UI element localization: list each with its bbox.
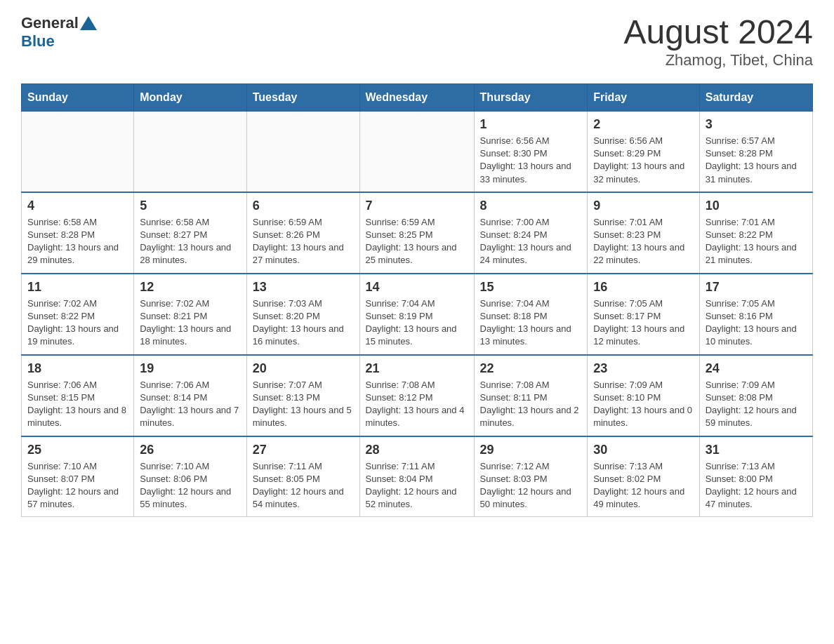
calendar-week-row: 25Sunrise: 7:10 AMSunset: 8:07 PMDayligh…	[22, 436, 813, 517]
calendar-cell: 12Sunrise: 7:02 AMSunset: 8:21 PMDayligh…	[134, 274, 246, 355]
calendar-cell: 16Sunrise: 7:05 AMSunset: 8:17 PMDayligh…	[588, 274, 700, 355]
day-detail: Sunrise: 7:08 AMSunset: 8:11 PMDaylight:…	[480, 379, 582, 430]
day-number: 28	[366, 441, 468, 459]
day-number: 25	[27, 441, 128, 459]
calendar-header-tuesday: Tuesday	[246, 83, 359, 111]
day-detail: Sunrise: 7:01 AMSunset: 8:23 PMDaylight:…	[593, 216, 694, 267]
day-number: 15	[480, 279, 582, 296]
day-number: 30	[593, 441, 694, 459]
day-detail: Sunrise: 6:57 AMSunset: 8:28 PMDaylight:…	[706, 135, 807, 186]
calendar-cell: 21Sunrise: 7:08 AMSunset: 8:12 PMDayligh…	[359, 355, 474, 436]
day-detail: Sunrise: 7:02 AMSunset: 8:21 PMDaylight:…	[140, 297, 240, 349]
day-detail: Sunrise: 7:08 AMSunset: 8:12 PMDaylight:…	[366, 379, 468, 430]
logo-triangle-icon	[80, 16, 97, 30]
day-number: 29	[480, 441, 582, 459]
calendar-cell: 24Sunrise: 7:09 AMSunset: 8:08 PMDayligh…	[699, 355, 812, 436]
day-detail: Sunrise: 7:05 AMSunset: 8:17 PMDaylight:…	[593, 297, 694, 349]
day-number: 23	[593, 360, 694, 377]
calendar-header-monday: Monday	[134, 83, 246, 111]
calendar-week-row: 18Sunrise: 7:06 AMSunset: 8:15 PMDayligh…	[22, 355, 813, 436]
calendar-cell	[246, 111, 359, 192]
day-number: 26	[140, 441, 240, 459]
calendar-cell: 28Sunrise: 7:11 AMSunset: 8:04 PMDayligh…	[359, 436, 474, 517]
day-detail: Sunrise: 7:06 AMSunset: 8:15 PMDaylight:…	[27, 379, 128, 430]
calendar-cell: 19Sunrise: 7:06 AMSunset: 8:14 PMDayligh…	[134, 355, 246, 436]
calendar-header-saturday: Saturday	[699, 83, 812, 111]
calendar-cell	[22, 111, 134, 192]
calendar-cell: 1Sunrise: 6:56 AMSunset: 8:30 PMDaylight…	[474, 111, 588, 192]
day-number: 19	[140, 360, 240, 377]
calendar-cell: 15Sunrise: 7:04 AMSunset: 8:18 PMDayligh…	[474, 274, 588, 355]
day-detail: Sunrise: 7:13 AMSunset: 8:00 PMDaylight:…	[706, 460, 807, 511]
day-detail: Sunrise: 7:00 AMSunset: 8:24 PMDaylight:…	[480, 216, 582, 267]
day-detail: Sunrise: 7:06 AMSunset: 8:14 PMDaylight:…	[140, 379, 240, 430]
calendar-cell	[359, 111, 474, 192]
day-detail: Sunrise: 6:58 AMSunset: 8:28 PMDaylight:…	[27, 216, 128, 267]
logo-general-text: General	[21, 14, 79, 32]
day-detail: Sunrise: 7:11 AMSunset: 8:04 PMDaylight:…	[366, 460, 468, 511]
logo: General Blue	[21, 14, 97, 51]
day-detail: Sunrise: 7:09 AMSunset: 8:10 PMDaylight:…	[593, 379, 694, 430]
calendar-cell: 29Sunrise: 7:12 AMSunset: 8:03 PMDayligh…	[474, 436, 588, 517]
day-detail: Sunrise: 7:01 AMSunset: 8:22 PMDaylight:…	[706, 216, 807, 267]
calendar-cell: 31Sunrise: 7:13 AMSunset: 8:00 PMDayligh…	[699, 436, 812, 517]
day-number: 10	[706, 197, 807, 215]
calendar-cell: 3Sunrise: 6:57 AMSunset: 8:28 PMDaylight…	[699, 111, 812, 192]
day-number: 11	[27, 279, 128, 296]
calendar-cell: 2Sunrise: 6:56 AMSunset: 8:29 PMDaylight…	[588, 111, 700, 192]
calendar-cell	[134, 111, 246, 192]
day-number: 7	[366, 197, 468, 215]
calendar-cell: 23Sunrise: 7:09 AMSunset: 8:10 PMDayligh…	[588, 355, 700, 436]
day-number: 21	[366, 360, 468, 377]
calendar-cell: 30Sunrise: 7:13 AMSunset: 8:02 PMDayligh…	[588, 436, 700, 517]
day-number: 1	[480, 116, 582, 133]
page-header: General Blue August 2024 Zhamog, Tibet, …	[21, 14, 813, 69]
calendar-cell: 10Sunrise: 7:01 AMSunset: 8:22 PMDayligh…	[699, 192, 812, 274]
day-number: 17	[706, 279, 807, 296]
day-detail: Sunrise: 6:56 AMSunset: 8:29 PMDaylight:…	[593, 135, 694, 186]
logo-blue-text: Blue	[21, 32, 97, 51]
calendar-cell: 13Sunrise: 7:03 AMSunset: 8:20 PMDayligh…	[246, 274, 359, 355]
day-number: 12	[140, 279, 240, 296]
day-number: 8	[480, 197, 582, 215]
day-detail: Sunrise: 6:56 AMSunset: 8:30 PMDaylight:…	[480, 135, 582, 186]
calendar-cell: 14Sunrise: 7:04 AMSunset: 8:19 PMDayligh…	[359, 274, 474, 355]
day-detail: Sunrise: 7:05 AMSunset: 8:16 PMDaylight:…	[706, 297, 807, 349]
calendar-cell: 5Sunrise: 6:58 AMSunset: 8:27 PMDaylight…	[134, 192, 246, 274]
calendar-cell: 11Sunrise: 7:02 AMSunset: 8:22 PMDayligh…	[22, 274, 134, 355]
calendar-week-row: 4Sunrise: 6:58 AMSunset: 8:28 PMDaylight…	[22, 192, 813, 274]
day-number: 14	[366, 279, 468, 296]
calendar-cell: 27Sunrise: 7:11 AMSunset: 8:05 PMDayligh…	[246, 436, 359, 517]
day-number: 2	[593, 116, 694, 133]
day-detail: Sunrise: 6:58 AMSunset: 8:27 PMDaylight:…	[140, 216, 240, 267]
calendar-header-wednesday: Wednesday	[359, 83, 474, 111]
calendar-cell: 9Sunrise: 7:01 AMSunset: 8:23 PMDaylight…	[588, 192, 700, 274]
calendar-header-row: SundayMondayTuesdayWednesdayThursdayFrid…	[22, 83, 813, 111]
title-block: August 2024 Zhamog, Tibet, China	[623, 14, 813, 69]
calendar-header-thursday: Thursday	[474, 83, 588, 111]
day-detail: Sunrise: 7:02 AMSunset: 8:22 PMDaylight:…	[27, 297, 128, 349]
calendar-week-row: 11Sunrise: 7:02 AMSunset: 8:22 PMDayligh…	[22, 274, 813, 355]
calendar-cell: 8Sunrise: 7:00 AMSunset: 8:24 PMDaylight…	[474, 192, 588, 274]
day-number: 5	[140, 197, 240, 215]
page-subtitle: Zhamog, Tibet, China	[623, 51, 813, 69]
page-title: August 2024	[623, 14, 813, 51]
calendar-cell: 17Sunrise: 7:05 AMSunset: 8:16 PMDayligh…	[699, 274, 812, 355]
day-detail: Sunrise: 7:12 AMSunset: 8:03 PMDaylight:…	[480, 460, 582, 511]
day-number: 27	[253, 441, 354, 459]
calendar-cell: 26Sunrise: 7:10 AMSunset: 8:06 PMDayligh…	[134, 436, 246, 517]
calendar-cell: 25Sunrise: 7:10 AMSunset: 8:07 PMDayligh…	[22, 436, 134, 517]
day-detail: Sunrise: 7:13 AMSunset: 8:02 PMDaylight:…	[593, 460, 694, 511]
day-detail: Sunrise: 6:59 AMSunset: 8:26 PMDaylight:…	[253, 216, 354, 267]
day-detail: Sunrise: 7:10 AMSunset: 8:07 PMDaylight:…	[27, 460, 128, 511]
day-detail: Sunrise: 7:10 AMSunset: 8:06 PMDaylight:…	[140, 460, 240, 511]
day-number: 6	[253, 197, 354, 215]
day-detail: Sunrise: 7:11 AMSunset: 8:05 PMDaylight:…	[253, 460, 354, 511]
day-number: 16	[593, 279, 694, 296]
calendar-cell: 18Sunrise: 7:06 AMSunset: 8:15 PMDayligh…	[22, 355, 134, 436]
day-detail: Sunrise: 7:09 AMSunset: 8:08 PMDaylight:…	[706, 379, 807, 430]
calendar-cell: 20Sunrise: 7:07 AMSunset: 8:13 PMDayligh…	[246, 355, 359, 436]
day-number: 24	[706, 360, 807, 377]
day-number: 31	[706, 441, 807, 459]
day-number: 13	[253, 279, 354, 296]
